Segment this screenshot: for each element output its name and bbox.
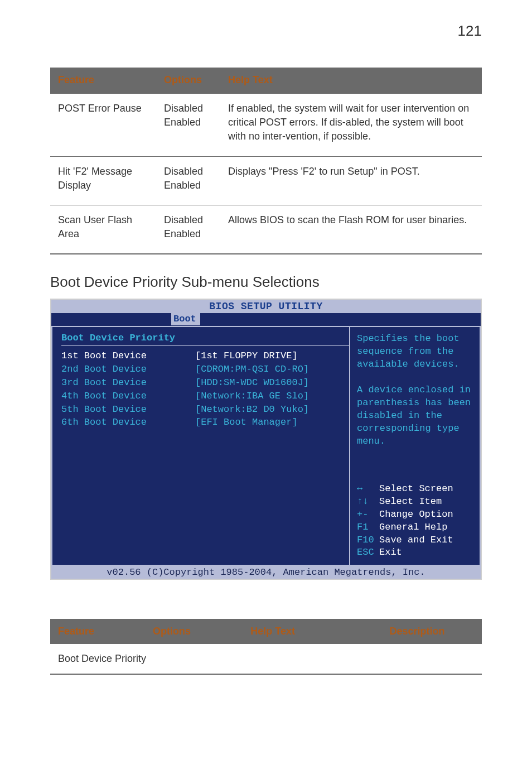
bios-boot-device-row[interactable]: 3rd Boot Device[HDD:SM-WDC WD1600J] [61,376,349,390]
feature-help-table: Feature Options Help Text POST Error Pau… [50,68,482,254]
bios-help-line: sequence from the [357,345,473,358]
bios-nav-key: +- [357,508,379,521]
bios-help-pane: Specifies the bootsequence from theavail… [349,326,481,566]
table-row: Scan User Flash AreaDisabled EnabledAllo… [50,205,482,254]
bios-nav-row: +-Change Option [357,508,473,521]
bios-nav-row: ↔Select Screen [357,483,473,496]
bios-nav-row: ↑↓Select Item [357,496,473,508]
bios-help-text: Specifies the bootsequence from theavail… [357,333,473,448]
cell-options: Disabled Enabled [156,205,220,254]
bios-screenshot: BIOS SETUP UTILITY Boot Boot Device Prio… [50,299,482,580]
table-row: Hit 'F2' Message DisplayDisabled Enabled… [50,156,482,205]
bios-help-line: parenthesis has been [357,397,473,410]
bios-help-line: menu. [357,435,473,448]
bios-nav-action: Select Item [379,496,442,507]
bios-nav-key: ESC [357,546,379,559]
bios-nav-key: F1 [357,521,379,534]
bios-tab-row: Boot [51,313,481,326]
bios-nav-row: ESCExit [357,546,473,559]
bios-boot-device-row[interactable]: 6th Boot Device[EFI Boot Manager] [61,416,349,429]
cell-options: Disabled Enabled [156,156,220,205]
bios-left-heading: Boot Device Priority [61,333,349,343]
bios-nav-key: F10 [357,534,379,547]
bios-nav-action: Exit [379,547,402,558]
bios-device-value: [CDROM:PM-QSI CD-RO] [195,363,309,376]
cell-help: If enabled, the system will wait for use… [220,94,482,156]
bios-left-pane: Boot Device Priority 1st Boot Device[1st… [51,326,349,566]
bios-nav-key: ↑↓ [357,496,379,508]
table-row: POST Error PauseDisabled EnabledIf enabl… [50,94,482,156]
bios-boot-device-row[interactable]: 1st Boot Device[1st FLOPPY DRIVE] [61,349,349,363]
col-feature2: Feature [50,619,145,644]
bios-device-label: 5th Boot Device [61,403,195,416]
bios-device-value: [HDD:SM-WDC WD1600J] [195,376,309,390]
bios-device-value: [1st FLOPPY DRIVE] [195,349,298,363]
row-boot-device-priority: Boot Device Priority [50,644,482,674]
col-options: Options [156,68,220,94]
bios-help-line: Specifies the boot [357,333,473,345]
bios-help-line: available devices. [357,358,473,371]
bios-help-line: corresponding type [357,422,473,435]
bios-nav-action: Select Screen [379,483,453,494]
bios-footer: v02.56 (C)Copyright 1985-2004, American … [51,566,481,579]
bios-divider [61,345,349,346]
cell-help: Displays "Press 'F2' to run Setup" in PO… [220,156,482,205]
section-title: Boot Device Priority Sub-menu Selections [50,273,482,291]
col-help: Help Text [220,68,482,94]
bios-nav-row: F10Save and Exit [357,534,473,547]
bios-help-line: A device enclosed in [357,384,473,397]
bios-nav-action: General Help [379,522,447,532]
feature-desc-table: Feature Options Help Text Description Bo… [50,619,482,675]
bios-help-line: disabled in the [357,410,473,422]
page-number: 121 [50,22,482,40]
col-help2: Help Text [243,619,352,644]
bios-device-value: [Network:IBA GE Slo] [195,390,309,403]
cell-help: Allows BIOS to scan the Flash ROM for us… [220,205,482,254]
col-desc2: Description [352,619,482,644]
cell-options: Disabled Enabled [156,94,220,156]
bios-device-label: 6th Boot Device [61,416,195,429]
bios-device-label: 2nd Boot Device [61,363,195,376]
bios-boot-device-row[interactable]: 2nd Boot Device[CDROM:PM-QSI CD-RO] [61,363,349,376]
bios-boot-device-row[interactable]: 5th Boot Device[Network:B2 D0 Yuko] [61,403,349,416]
bios-device-label: 3rd Boot Device [61,376,195,390]
bios-nav-row: F1General Help [357,521,473,534]
bios-device-label: 1st Boot Device [61,349,195,363]
bios-help-line [357,371,473,384]
bios-device-value: [Network:B2 D0 Yuko] [195,403,309,416]
bios-tab-boot[interactable]: Boot [171,313,200,325]
bios-boot-device-row[interactable]: 4th Boot Device[Network:IBA GE Slo] [61,390,349,403]
cell-feature: Hit 'F2' Message Display [50,156,156,205]
bios-device-label: 4th Boot Device [61,390,195,403]
bios-nav-key: ↔ [357,483,379,496]
bios-nav-action: Change Option [379,509,453,520]
col-feature: Feature [50,68,156,94]
cell-feature: Scan User Flash Area [50,205,156,254]
cell-feature: POST Error Pause [50,94,156,156]
bios-device-value: [EFI Boot Manager] [195,416,298,429]
bios-nav-action: Save and Exit [379,535,453,545]
bios-utility-title: BIOS SETUP UTILITY [51,300,481,313]
col-options2: Options [145,619,243,644]
bios-nav-hints: ↔Select Screen↑↓Select Item+-Change Opti… [357,483,473,560]
